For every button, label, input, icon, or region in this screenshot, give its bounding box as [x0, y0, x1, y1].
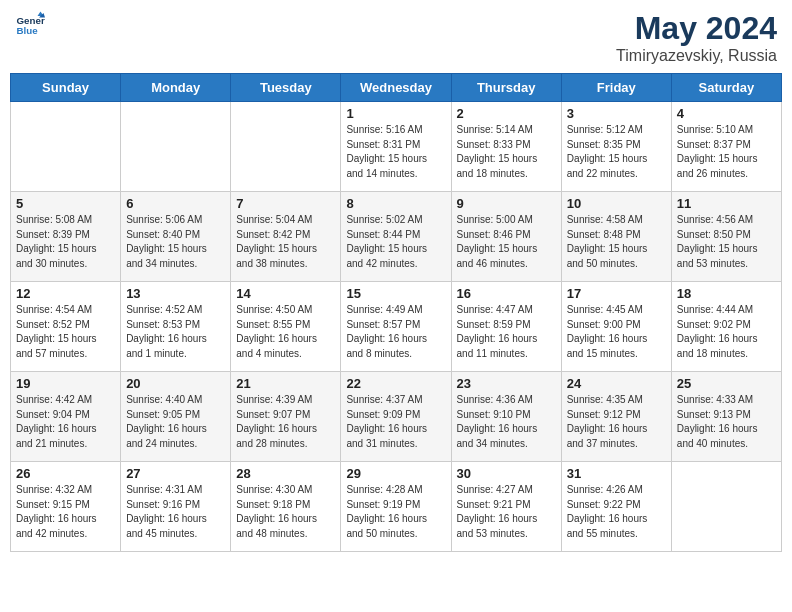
- calendar-cell: 25Sunrise: 4:33 AM Sunset: 9:13 PM Dayli…: [671, 372, 781, 462]
- day-number: 28: [236, 466, 335, 481]
- day-number: 10: [567, 196, 666, 211]
- weekday-header-friday: Friday: [561, 74, 671, 102]
- calendar-body: 1Sunrise: 5:16 AM Sunset: 8:31 PM Daylig…: [11, 102, 782, 552]
- day-info: Sunrise: 4:36 AM Sunset: 9:10 PM Dayligh…: [457, 393, 556, 451]
- day-number: 23: [457, 376, 556, 391]
- calendar-cell: 7Sunrise: 5:04 AM Sunset: 8:42 PM Daylig…: [231, 192, 341, 282]
- calendar-cell: 29Sunrise: 4:28 AM Sunset: 9:19 PM Dayli…: [341, 462, 451, 552]
- calendar-cell: 30Sunrise: 4:27 AM Sunset: 9:21 PM Dayli…: [451, 462, 561, 552]
- calendar-cell: 9Sunrise: 5:00 AM Sunset: 8:46 PM Daylig…: [451, 192, 561, 282]
- calendar-cell: [671, 462, 781, 552]
- day-info: Sunrise: 5:04 AM Sunset: 8:42 PM Dayligh…: [236, 213, 335, 271]
- location-subtitle: Timiryazevskiy, Russia: [616, 47, 777, 65]
- day-info: Sunrise: 4:56 AM Sunset: 8:50 PM Dayligh…: [677, 213, 776, 271]
- calendar-cell: [11, 102, 121, 192]
- calendar-cell: 31Sunrise: 4:26 AM Sunset: 9:22 PM Dayli…: [561, 462, 671, 552]
- day-info: Sunrise: 4:47 AM Sunset: 8:59 PM Dayligh…: [457, 303, 556, 361]
- day-number: 15: [346, 286, 445, 301]
- day-number: 20: [126, 376, 225, 391]
- day-info: Sunrise: 4:30 AM Sunset: 9:18 PM Dayligh…: [236, 483, 335, 541]
- calendar-cell: 12Sunrise: 4:54 AM Sunset: 8:52 PM Dayli…: [11, 282, 121, 372]
- calendar-cell: 3Sunrise: 5:12 AM Sunset: 8:35 PM Daylig…: [561, 102, 671, 192]
- calendar-week-row: 1Sunrise: 5:16 AM Sunset: 8:31 PM Daylig…: [11, 102, 782, 192]
- calendar-cell: 22Sunrise: 4:37 AM Sunset: 9:09 PM Dayli…: [341, 372, 451, 462]
- calendar-header: SundayMondayTuesdayWednesdayThursdayFrid…: [11, 74, 782, 102]
- day-info: Sunrise: 4:54 AM Sunset: 8:52 PM Dayligh…: [16, 303, 115, 361]
- calendar-cell: 16Sunrise: 4:47 AM Sunset: 8:59 PM Dayli…: [451, 282, 561, 372]
- day-info: Sunrise: 4:33 AM Sunset: 9:13 PM Dayligh…: [677, 393, 776, 451]
- calendar-cell: 28Sunrise: 4:30 AM Sunset: 9:18 PM Dayli…: [231, 462, 341, 552]
- weekday-header-thursday: Thursday: [451, 74, 561, 102]
- day-info: Sunrise: 5:14 AM Sunset: 8:33 PM Dayligh…: [457, 123, 556, 181]
- day-info: Sunrise: 5:00 AM Sunset: 8:46 PM Dayligh…: [457, 213, 556, 271]
- day-info: Sunrise: 4:49 AM Sunset: 8:57 PM Dayligh…: [346, 303, 445, 361]
- day-info: Sunrise: 4:40 AM Sunset: 9:05 PM Dayligh…: [126, 393, 225, 451]
- calendar-cell: 11Sunrise: 4:56 AM Sunset: 8:50 PM Dayli…: [671, 192, 781, 282]
- calendar-table: SundayMondayTuesdayWednesdayThursdayFrid…: [10, 73, 782, 552]
- calendar-cell: 17Sunrise: 4:45 AM Sunset: 9:00 PM Dayli…: [561, 282, 671, 372]
- calendar-cell: 13Sunrise: 4:52 AM Sunset: 8:53 PM Dayli…: [121, 282, 231, 372]
- day-info: Sunrise: 4:52 AM Sunset: 8:53 PM Dayligh…: [126, 303, 225, 361]
- day-info: Sunrise: 5:06 AM Sunset: 8:40 PM Dayligh…: [126, 213, 225, 271]
- svg-text:Blue: Blue: [17, 25, 39, 36]
- title-block: May 2024 Timiryazevskiy, Russia: [616, 10, 777, 65]
- logo-icon: General Blue: [15, 10, 45, 40]
- day-number: 12: [16, 286, 115, 301]
- day-number: 27: [126, 466, 225, 481]
- day-info: Sunrise: 5:02 AM Sunset: 8:44 PM Dayligh…: [346, 213, 445, 271]
- day-info: Sunrise: 4:27 AM Sunset: 9:21 PM Dayligh…: [457, 483, 556, 541]
- day-info: Sunrise: 4:31 AM Sunset: 9:16 PM Dayligh…: [126, 483, 225, 541]
- calendar-cell: 14Sunrise: 4:50 AM Sunset: 8:55 PM Dayli…: [231, 282, 341, 372]
- day-number: 8: [346, 196, 445, 211]
- day-number: 17: [567, 286, 666, 301]
- day-number: 9: [457, 196, 556, 211]
- calendar-week-row: 26Sunrise: 4:32 AM Sunset: 9:15 PM Dayli…: [11, 462, 782, 552]
- day-number: 1: [346, 106, 445, 121]
- day-info: Sunrise: 4:42 AM Sunset: 9:04 PM Dayligh…: [16, 393, 115, 451]
- weekday-header-wednesday: Wednesday: [341, 74, 451, 102]
- calendar-week-row: 12Sunrise: 4:54 AM Sunset: 8:52 PM Dayli…: [11, 282, 782, 372]
- day-number: 31: [567, 466, 666, 481]
- calendar-cell: 18Sunrise: 4:44 AM Sunset: 9:02 PM Dayli…: [671, 282, 781, 372]
- calendar-cell: 20Sunrise: 4:40 AM Sunset: 9:05 PM Dayli…: [121, 372, 231, 462]
- calendar-cell: [231, 102, 341, 192]
- weekday-header-monday: Monday: [121, 74, 231, 102]
- day-info: Sunrise: 5:10 AM Sunset: 8:37 PM Dayligh…: [677, 123, 776, 181]
- calendar-cell: 26Sunrise: 4:32 AM Sunset: 9:15 PM Dayli…: [11, 462, 121, 552]
- calendar-week-row: 5Sunrise: 5:08 AM Sunset: 8:39 PM Daylig…: [11, 192, 782, 282]
- day-info: Sunrise: 4:32 AM Sunset: 9:15 PM Dayligh…: [16, 483, 115, 541]
- day-info: Sunrise: 4:58 AM Sunset: 8:48 PM Dayligh…: [567, 213, 666, 271]
- weekday-header-saturday: Saturday: [671, 74, 781, 102]
- calendar-cell: 8Sunrise: 5:02 AM Sunset: 8:44 PM Daylig…: [341, 192, 451, 282]
- calendar-cell: 6Sunrise: 5:06 AM Sunset: 8:40 PM Daylig…: [121, 192, 231, 282]
- day-number: 7: [236, 196, 335, 211]
- calendar-cell: 19Sunrise: 4:42 AM Sunset: 9:04 PM Dayli…: [11, 372, 121, 462]
- calendar-week-row: 19Sunrise: 4:42 AM Sunset: 9:04 PM Dayli…: [11, 372, 782, 462]
- day-number: 5: [16, 196, 115, 211]
- day-info: Sunrise: 4:45 AM Sunset: 9:00 PM Dayligh…: [567, 303, 666, 361]
- day-info: Sunrise: 5:16 AM Sunset: 8:31 PM Dayligh…: [346, 123, 445, 181]
- month-year-title: May 2024: [616, 10, 777, 47]
- day-number: 22: [346, 376, 445, 391]
- day-number: 16: [457, 286, 556, 301]
- calendar-cell: 24Sunrise: 4:35 AM Sunset: 9:12 PM Dayli…: [561, 372, 671, 462]
- calendar-cell: 2Sunrise: 5:14 AM Sunset: 8:33 PM Daylig…: [451, 102, 561, 192]
- logo: General Blue: [15, 10, 49, 40]
- day-number: 24: [567, 376, 666, 391]
- day-number: 11: [677, 196, 776, 211]
- day-number: 30: [457, 466, 556, 481]
- day-number: 19: [16, 376, 115, 391]
- day-info: Sunrise: 4:39 AM Sunset: 9:07 PM Dayligh…: [236, 393, 335, 451]
- calendar-cell: 4Sunrise: 5:10 AM Sunset: 8:37 PM Daylig…: [671, 102, 781, 192]
- day-info: Sunrise: 4:37 AM Sunset: 9:09 PM Dayligh…: [346, 393, 445, 451]
- day-number: 13: [126, 286, 225, 301]
- calendar-cell: 23Sunrise: 4:36 AM Sunset: 9:10 PM Dayli…: [451, 372, 561, 462]
- day-number: 29: [346, 466, 445, 481]
- weekday-header-sunday: Sunday: [11, 74, 121, 102]
- day-number: 21: [236, 376, 335, 391]
- weekday-header-tuesday: Tuesday: [231, 74, 341, 102]
- day-info: Sunrise: 5:12 AM Sunset: 8:35 PM Dayligh…: [567, 123, 666, 181]
- day-number: 6: [126, 196, 225, 211]
- weekday-header-row: SundayMondayTuesdayWednesdayThursdayFrid…: [11, 74, 782, 102]
- calendar-cell: 5Sunrise: 5:08 AM Sunset: 8:39 PM Daylig…: [11, 192, 121, 282]
